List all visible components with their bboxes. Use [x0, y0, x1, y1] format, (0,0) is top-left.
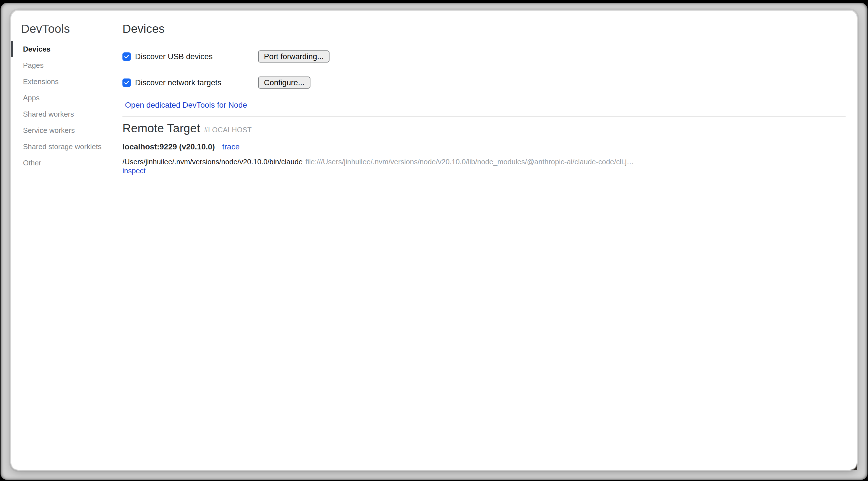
sidebar-item-label: Extensions	[23, 78, 59, 86]
port-forwarding-button[interactable]: Port forwarding...	[258, 51, 330, 62]
sidebar-item-extensions[interactable]: Extensions	[11, 73, 122, 90]
discover-usb-group: Discover USB devices	[122, 52, 258, 61]
devtools-window: DevTools Devices Pages Extensions Apps S…	[11, 11, 857, 470]
divider	[122, 116, 845, 117]
sidebar-item-other[interactable]: Other	[11, 155, 122, 171]
discover-network-label: Discover network targets	[135, 78, 221, 87]
sidebar-item-label: Other	[23, 159, 41, 167]
sidebar-item-service-workers[interactable]: Service workers	[11, 122, 122, 139]
target-path: /Users/jinhuilee/.nvm/versions/node/v20.…	[122, 157, 303, 166]
sidebar-item-label: Service workers	[23, 126, 75, 135]
sidebar-item-devices[interactable]: Devices	[11, 41, 122, 57]
node-devtools-row: Open dedicated DevTools for Node	[122, 101, 845, 109]
desktop-canvas: DevTools Devices Pages Extensions Apps S…	[0, 0, 868, 481]
sidebar-item-apps[interactable]: Apps	[11, 90, 122, 106]
sidebar-item-shared-workers[interactable]: Shared workers	[11, 106, 122, 122]
sidebar-nav: Devices Pages Extensions Apps Shared wor…	[11, 41, 122, 171]
target-name: localhost:9229 (v20.10.0)	[122, 142, 215, 152]
check-icon	[124, 54, 129, 59]
remote-target-header: Remote Target #LOCALHOST	[122, 121, 845, 137]
sidebar-item-shared-storage-worklets[interactable]: Shared storage worklets	[11, 139, 122, 155]
discover-usb-row: Discover USB devices Port forwarding...	[122, 51, 845, 62]
target-detail-row: /Users/jinhuilee/.nvm/versions/node/v20.…	[122, 157, 845, 166]
sidebar: DevTools Devices Pages Extensions Apps S…	[11, 11, 122, 470]
open-node-devtools-link[interactable]: Open dedicated DevTools for Node	[125, 101, 247, 109]
discover-usb-label: Discover USB devices	[135, 52, 213, 61]
inspect-row: inspect	[122, 166, 845, 175]
discover-network-row: Discover network targets Configure...	[122, 77, 845, 89]
discover-network-checkbox[interactable]	[122, 79, 131, 87]
localhost-badge: #LOCALHOST	[204, 122, 252, 137]
check-icon	[124, 80, 129, 86]
target-name-row: localhost:9229 (v20.10.0) trace	[122, 142, 845, 152]
configure-button[interactable]: Configure...	[258, 77, 310, 89]
divider	[122, 40, 845, 40]
sidebar-item-label: Apps	[23, 94, 39, 102]
sidebar-item-label: Shared workers	[23, 110, 74, 119]
main-panel: Devices Discover USB devices Port forwar…	[122, 11, 857, 470]
sidebar-item-pages[interactable]: Pages	[11, 57, 122, 73]
page-title: Devices	[122, 22, 845, 36]
sidebar-item-label: Devices	[23, 45, 51, 54]
trace-link[interactable]: trace	[222, 142, 240, 152]
inspect-link[interactable]: inspect	[122, 167, 146, 175]
sidebar-item-label: Shared storage worklets	[23, 142, 101, 151]
sidebar-item-label: Pages	[23, 61, 44, 70]
target-url: file:///Users/jinhuilee/.nvm/versions/no…	[305, 157, 634, 166]
selected-indicator	[11, 41, 13, 57]
sidebar-title: DevTools	[21, 22, 122, 36]
remote-target-title: Remote Target	[122, 121, 200, 136]
discover-network-group: Discover network targets	[122, 78, 258, 87]
discover-usb-checkbox[interactable]	[122, 53, 131, 61]
